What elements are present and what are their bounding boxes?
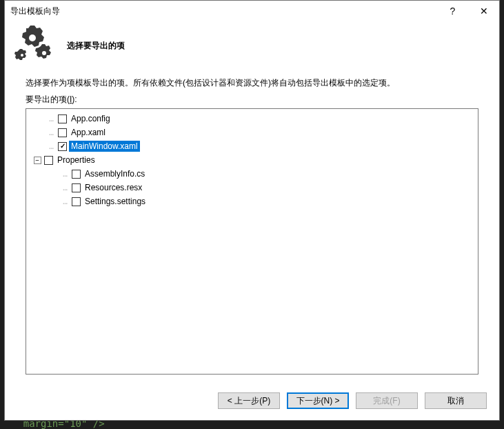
items-tree[interactable]: …App.config…App.xaml…MainWindow.xaml−Pro… <box>26 108 478 375</box>
svg-point-0 <box>29 34 36 41</box>
tree-item-label[interactable]: App.config <box>69 113 112 124</box>
window-title: 导出模板向导 <box>10 6 437 17</box>
tree-item[interactable]: …App.xaml <box>30 126 476 139</box>
wizard-content: 选择要作为项模板导出的项。所有依赖文件(包括设计器和资源文件)将自动包括导出模板… <box>5 70 499 381</box>
tree-line-icon: … <box>58 170 72 179</box>
tree-line-icon: … <box>44 114 58 123</box>
tree-line-icon: … <box>58 197 72 206</box>
tree-item[interactable]: …MainWindow.xaml <box>30 139 476 153</box>
tree-item-label[interactable]: MainWindow.xaml <box>69 141 140 152</box>
tree-item-checkbox[interactable] <box>58 142 67 151</box>
tree-line-icon: … <box>44 142 58 151</box>
tree-item-label[interactable]: Properties <box>55 154 97 166</box>
tree-expander-icon[interactable]: − <box>34 157 41 164</box>
next-button[interactable]: 下一步(N) > <box>287 392 349 409</box>
help-button[interactable]: ? <box>437 1 468 21</box>
tree-line-icon: … <box>58 183 72 192</box>
wizard-heading: 选择要导出的项 <box>67 40 125 52</box>
tree-item[interactable]: −Properties <box>30 153 476 167</box>
tree-item-checkbox[interactable] <box>72 170 81 179</box>
description-text: 选择要作为项模板导出的项。所有依赖文件(包括设计器和资源文件)将自动包括导出模板… <box>26 77 478 90</box>
tree-item-checkbox[interactable] <box>72 183 81 192</box>
tree-item-label[interactable]: Resources.resx <box>83 182 144 193</box>
tree-item-checkbox[interactable] <box>58 114 67 123</box>
titlebar: 导出模板向导 ? ✕ <box>5 1 499 21</box>
tree-item-label[interactable]: Settings.settings <box>83 196 148 207</box>
cancel-button[interactable]: 取消 <box>425 392 487 409</box>
wizard-footer: < 上一步(P) 下一步(N) > 完成(F) 取消 <box>5 381 499 420</box>
tree-item[interactable]: …Settings.settings <box>30 194 476 208</box>
svg-point-2 <box>21 54 23 57</box>
tree-item[interactable]: …AssemblyInfo.cs <box>30 167 476 181</box>
tree-line-icon: … <box>44 128 58 137</box>
tree-item-label[interactable]: App.xaml <box>69 127 108 138</box>
previous-button[interactable]: < 上一步(P) <box>218 392 280 409</box>
tree-item-checkbox[interactable] <box>44 156 53 165</box>
tree-item-label[interactable]: AssemblyInfo.cs <box>83 168 147 179</box>
export-template-wizard-dialog: 导出模板向导 ? ✕ 选择要导出的项 选择要作为项模板导出的项。所有依赖文件(包… <box>4 0 500 421</box>
wizard-gear-icon <box>13 26 54 66</box>
tree-item[interactable]: …Resources.resx <box>30 181 476 194</box>
finish-button: 完成(F) <box>356 392 418 409</box>
tree-item[interactable]: …App.config <box>30 112 476 126</box>
tree-item-checkbox[interactable] <box>72 197 81 206</box>
items-label: 要导出的项(I): <box>26 94 478 106</box>
svg-point-1 <box>42 51 46 55</box>
tree-item-checkbox[interactable] <box>58 128 67 137</box>
wizard-header: 选择要导出的项 <box>5 21 499 70</box>
close-button[interactable]: ✕ <box>468 1 499 21</box>
